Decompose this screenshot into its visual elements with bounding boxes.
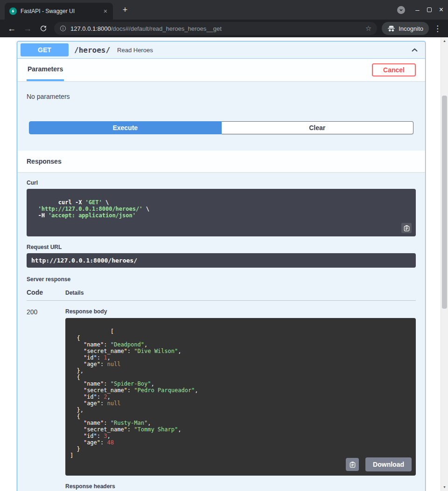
tab-search-icon[interactable] — [397, 6, 405, 14]
tab-parameters: Parameters — [27, 59, 64, 81]
curl-command-code: curl -X 'GET' \ 'http://127.0.0.1:8000/h… — [31, 199, 149, 219]
copy-curl-button[interactable] — [401, 223, 412, 233]
opblock-summary[interactable]: GET /heroes/ Read Heroes — [17, 41, 425, 59]
download-button[interactable]: Download — [365, 457, 412, 471]
opblock-get-heroes: GET /heroes/ Read Heroes Parameters Canc… — [17, 41, 426, 491]
parameters-section-header: Parameters Cancel — [17, 59, 425, 81]
clear-button[interactable]: Clear — [222, 121, 414, 134]
scroll-down-icon[interactable]: ▼ — [441, 484, 448, 491]
request-url-value: http://127.0.0.1:8000/heroes/ — [27, 253, 416, 268]
execute-button[interactable]: Execute — [29, 121, 222, 134]
responses-inner: Curl curl -X 'GET' \ 'http://127.0.0.1:8… — [17, 172, 425, 491]
forward-button[interactable]: → — [23, 24, 32, 33]
copy-response-button[interactable] — [346, 458, 359, 471]
reload-button[interactable] — [40, 25, 47, 32]
scroll-up-icon[interactable]: ▲ — [441, 37, 448, 45]
cancel-button[interactable]: Cancel — [372, 63, 416, 76]
swagger-page: GET /heroes/ Read Heroes Parameters Canc… — [0, 37, 441, 491]
responses-title: Responses — [27, 158, 62, 165]
endpoint-path: /heroes/ — [74, 46, 110, 55]
response-body-code: [ { "name": "Deadpond", "secret_name": "… — [70, 328, 198, 459]
browser-titlebar: FastAPI - Swagger UI × + – × — [0, 0, 448, 20]
status-code: 200 — [27, 307, 65, 491]
response-body-label: Response body — [65, 308, 416, 315]
parameters-body: No parameters — [17, 81, 425, 121]
new-tab-button[interactable]: + — [119, 5, 131, 16]
incognito-label: Incognito — [399, 25, 423, 32]
server-response-label: Server response — [27, 276, 416, 283]
curl-block: curl -X 'GET' \ 'http://127.0.0.1:8000/h… — [27, 189, 416, 236]
response-headers-label: Response headers — [65, 483, 416, 490]
fastapi-favicon-icon — [9, 7, 17, 15]
details-column-header: Details — [65, 290, 84, 296]
request-url-label: Request URL — [27, 244, 416, 250]
code-column-header: Code — [27, 289, 65, 296]
incognito-badge: Incognito — [382, 22, 429, 35]
http-method-badge: GET — [21, 43, 69, 56]
curl-label: Curl — [27, 180, 416, 186]
collapse-chevron-icon[interactable] — [409, 44, 420, 56]
back-button[interactable]: ← — [7, 24, 16, 33]
response-body-block: [ { "name": "Deadpond", "secret_name": "… — [65, 318, 416, 476]
url-text: 127.0.0.1:8000/docs#/default/read_heroes… — [70, 25, 362, 32]
site-info-icon[interactable] — [60, 25, 66, 32]
url-path: /docs#/default/read_heroes_heroes__get — [111, 25, 222, 32]
maximize-button[interactable] — [427, 7, 432, 12]
window-close-button[interactable]: × — [439, 4, 443, 15]
incognito-icon — [387, 25, 395, 32]
response-table-header: Code Details — [27, 289, 416, 301]
endpoint-summary: Read Heroes — [117, 47, 153, 54]
browser-toolbar: ← → 127.0.0.1:8000/docs#/default/read_he… — [0, 20, 448, 37]
page-scrollbar[interactable]: ▲ ▼ — [441, 37, 448, 491]
url-host: 127.0.0.1:8000 — [70, 25, 111, 32]
address-bar[interactable]: 127.0.0.1:8000/docs#/default/read_heroes… — [54, 22, 377, 35]
no-parameters-text: No parameters — [27, 93, 70, 100]
browser-tab[interactable]: FastAPI - Swagger UI × — [5, 3, 113, 20]
tab-close-icon[interactable]: × — [103, 7, 108, 15]
browser-menu-icon[interactable]: ⋮ — [434, 24, 441, 34]
response-row-200: 200 Response body [ { "name": "Deadpond"… — [27, 301, 416, 491]
responses-section-header: Responses — [17, 151, 425, 172]
scrollbar-thumb[interactable] — [442, 96, 447, 309]
tab-title: FastAPI - Swagger UI — [21, 8, 103, 14]
minimize-button[interactable]: – — [415, 4, 419, 15]
bookmark-star-icon[interactable]: ☆ — [365, 24, 371, 33]
execute-wrapper: Execute Clear — [17, 121, 425, 151]
